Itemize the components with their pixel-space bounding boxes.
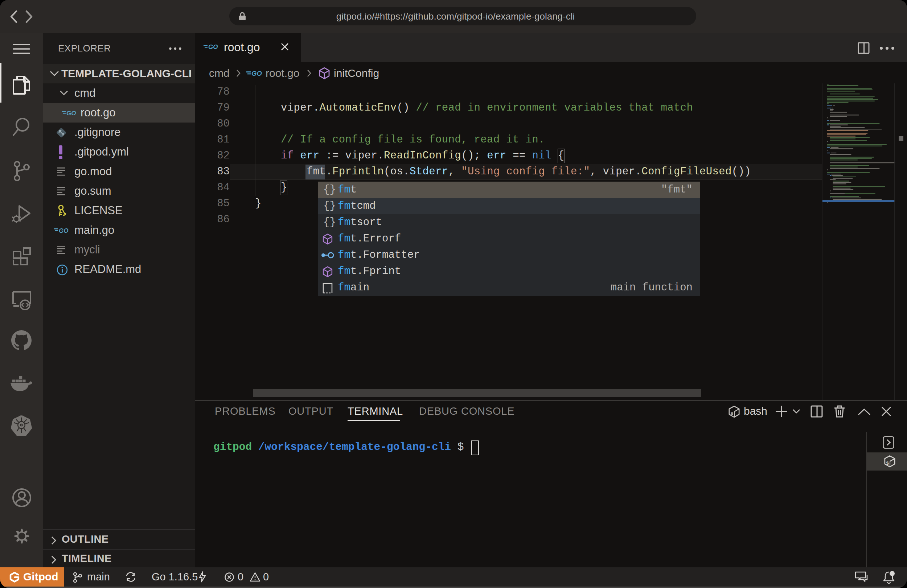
svg-text:GO: GO: [66, 110, 76, 117]
svg-text:GO: GO: [208, 43, 218, 50]
svg-text:$: $: [731, 411, 733, 417]
svg-text:GO: GO: [59, 227, 68, 234]
svg-text:$: $: [886, 461, 889, 466]
svg-text:GO: GO: [252, 70, 262, 77]
